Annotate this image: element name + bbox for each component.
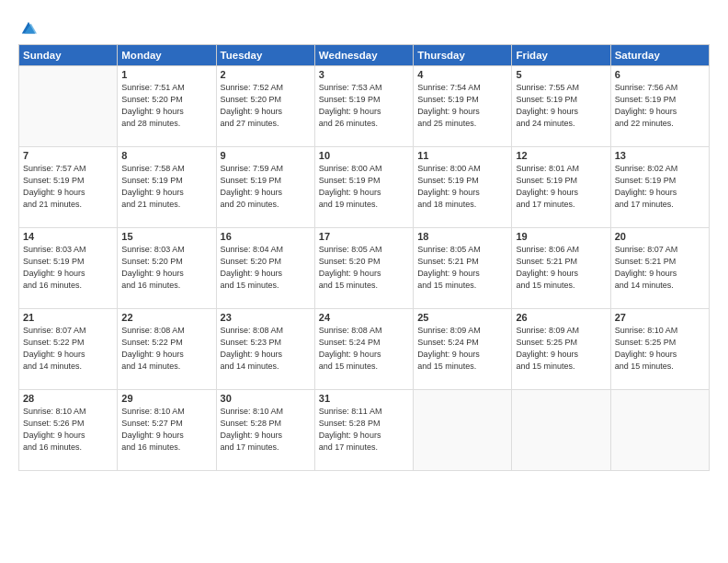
day-number: 19 <box>516 231 606 242</box>
day-number: 2 <box>221 69 311 80</box>
day-info: Sunrise: 8:09 AM Sunset: 5:24 PM Dayligh… <box>417 325 507 373</box>
day-number: 27 <box>615 312 705 323</box>
day-number: 17 <box>319 231 409 242</box>
day-cell: 27Sunrise: 8:10 AM Sunset: 5:25 PM Dayli… <box>610 309 709 390</box>
week-row-5: 28Sunrise: 8:10 AM Sunset: 5:26 PM Dayli… <box>19 390 710 471</box>
day-cell: 28Sunrise: 8:10 AM Sunset: 5:26 PM Dayli… <box>19 390 118 471</box>
day-info: Sunrise: 8:05 AM Sunset: 5:20 PM Dayligh… <box>319 244 409 292</box>
day-cell: 10Sunrise: 8:00 AM Sunset: 5:19 PM Dayli… <box>314 147 413 228</box>
header-day-sunday: Sunday <box>19 45 118 66</box>
logo-icon <box>20 20 37 37</box>
day-info: Sunrise: 8:08 AM Sunset: 5:22 PM Dayligh… <box>121 325 211 373</box>
day-number: 20 <box>615 231 705 242</box>
day-cell: 8Sunrise: 7:58 AM Sunset: 5:19 PM Daylig… <box>118 147 216 228</box>
day-cell: 20Sunrise: 8:07 AM Sunset: 5:21 PM Dayli… <box>610 228 709 309</box>
day-info: Sunrise: 8:00 AM Sunset: 5:19 PM Dayligh… <box>319 163 409 211</box>
day-info: Sunrise: 7:59 AM Sunset: 5:19 PM Dayligh… <box>221 163 311 211</box>
day-info: Sunrise: 8:10 AM Sunset: 5:28 PM Dayligh… <box>221 406 311 454</box>
day-number: 26 <box>516 312 606 323</box>
day-cell <box>610 390 709 471</box>
week-row-1: 1Sunrise: 7:51 AM Sunset: 5:20 PM Daylig… <box>19 66 710 147</box>
logo <box>18 18 37 37</box>
day-cell: 26Sunrise: 8:09 AM Sunset: 5:25 PM Dayli… <box>512 309 610 390</box>
day-number: 25 <box>417 312 507 323</box>
day-cell: 3Sunrise: 7:53 AM Sunset: 5:19 PM Daylig… <box>314 66 413 147</box>
day-info: Sunrise: 8:04 AM Sunset: 5:20 PM Dayligh… <box>221 244 311 292</box>
day-cell: 12Sunrise: 8:01 AM Sunset: 5:19 PM Dayli… <box>512 147 610 228</box>
day-info: Sunrise: 8:09 AM Sunset: 5:25 PM Dayligh… <box>516 325 606 373</box>
day-info: Sunrise: 7:51 AM Sunset: 5:20 PM Dayligh… <box>121 82 211 130</box>
header-day-wednesday: Wednesday <box>314 45 413 66</box>
day-cell: 7Sunrise: 7:57 AM Sunset: 5:19 PM Daylig… <box>19 147 118 228</box>
day-cell: 30Sunrise: 8:10 AM Sunset: 5:28 PM Dayli… <box>216 390 314 471</box>
day-info: Sunrise: 8:10 AM Sunset: 5:25 PM Dayligh… <box>615 325 705 373</box>
day-number: 31 <box>319 393 409 404</box>
day-info: Sunrise: 7:56 AM Sunset: 5:19 PM Dayligh… <box>615 82 705 130</box>
day-cell: 23Sunrise: 8:08 AM Sunset: 5:23 PM Dayli… <box>216 309 314 390</box>
day-cell <box>512 390 610 471</box>
day-info: Sunrise: 7:52 AM Sunset: 5:20 PM Dayligh… <box>221 82 311 130</box>
header-row: SundayMondayTuesdayWednesdayThursdayFrid… <box>19 45 710 66</box>
day-number: 30 <box>221 393 311 404</box>
day-cell <box>414 390 512 471</box>
day-info: Sunrise: 8:08 AM Sunset: 5:24 PM Dayligh… <box>319 325 409 373</box>
day-info: Sunrise: 8:06 AM Sunset: 5:21 PM Dayligh… <box>516 244 606 292</box>
day-cell: 22Sunrise: 8:08 AM Sunset: 5:22 PM Dayli… <box>118 309 216 390</box>
day-cell: 24Sunrise: 8:08 AM Sunset: 5:24 PM Dayli… <box>314 309 413 390</box>
day-number: 21 <box>23 312 113 323</box>
day-number: 24 <box>319 312 409 323</box>
week-row-2: 7Sunrise: 7:57 AM Sunset: 5:19 PM Daylig… <box>19 147 710 228</box>
day-info: Sunrise: 8:08 AM Sunset: 5:23 PM Dayligh… <box>221 325 311 373</box>
calendar-table: SundayMondayTuesdayWednesdayThursdayFrid… <box>18 44 710 471</box>
day-info: Sunrise: 7:55 AM Sunset: 5:19 PM Dayligh… <box>516 82 606 130</box>
day-number: 18 <box>417 231 507 242</box>
day-info: Sunrise: 7:58 AM Sunset: 5:19 PM Dayligh… <box>121 163 211 211</box>
day-info: Sunrise: 8:05 AM Sunset: 5:21 PM Dayligh… <box>417 244 507 292</box>
day-cell: 4Sunrise: 7:54 AM Sunset: 5:19 PM Daylig… <box>414 66 512 147</box>
header-day-friday: Friday <box>512 45 610 66</box>
day-number: 10 <box>319 150 409 161</box>
day-info: Sunrise: 7:57 AM Sunset: 5:19 PM Dayligh… <box>23 163 113 211</box>
day-cell: 18Sunrise: 8:05 AM Sunset: 5:21 PM Dayli… <box>414 228 512 309</box>
day-info: Sunrise: 7:54 AM Sunset: 5:19 PM Dayligh… <box>417 82 507 130</box>
day-number: 9 <box>221 150 311 161</box>
day-cell: 21Sunrise: 8:07 AM Sunset: 5:22 PM Dayli… <box>19 309 118 390</box>
day-number: 5 <box>516 69 606 80</box>
day-number: 16 <box>221 231 311 242</box>
day-info: Sunrise: 8:10 AM Sunset: 5:27 PM Dayligh… <box>121 406 211 454</box>
day-number: 28 <box>23 393 113 404</box>
day-cell: 13Sunrise: 8:02 AM Sunset: 5:19 PM Dayli… <box>610 147 709 228</box>
day-number: 13 <box>615 150 705 161</box>
day-number: 8 <box>121 150 211 161</box>
day-number: 22 <box>121 312 211 323</box>
day-cell: 5Sunrise: 7:55 AM Sunset: 5:19 PM Daylig… <box>512 66 610 147</box>
day-info: Sunrise: 8:02 AM Sunset: 5:19 PM Dayligh… <box>615 163 705 211</box>
day-info: Sunrise: 8:07 AM Sunset: 5:21 PM Dayligh… <box>615 244 705 292</box>
day-number: 4 <box>417 69 507 80</box>
week-row-4: 21Sunrise: 8:07 AM Sunset: 5:22 PM Dayli… <box>19 309 710 390</box>
day-info: Sunrise: 8:03 AM Sunset: 5:20 PM Dayligh… <box>121 244 211 292</box>
day-cell: 29Sunrise: 8:10 AM Sunset: 5:27 PM Dayli… <box>118 390 216 471</box>
day-number: 23 <box>221 312 311 323</box>
day-number: 11 <box>417 150 507 161</box>
day-number: 3 <box>319 69 409 80</box>
day-info: Sunrise: 8:10 AM Sunset: 5:26 PM Dayligh… <box>23 406 113 454</box>
day-cell: 6Sunrise: 7:56 AM Sunset: 5:19 PM Daylig… <box>610 66 709 147</box>
day-cell: 11Sunrise: 8:00 AM Sunset: 5:19 PM Dayli… <box>414 147 512 228</box>
day-cell: 2Sunrise: 7:52 AM Sunset: 5:20 PM Daylig… <box>216 66 314 147</box>
day-number: 1 <box>121 69 211 80</box>
day-number: 6 <box>615 69 705 80</box>
day-info: Sunrise: 8:11 AM Sunset: 5:28 PM Dayligh… <box>319 406 409 454</box>
header-day-saturday: Saturday <box>610 45 709 66</box>
day-cell: 14Sunrise: 8:03 AM Sunset: 5:19 PM Dayli… <box>19 228 118 309</box>
day-number: 14 <box>23 231 113 242</box>
day-info: Sunrise: 8:07 AM Sunset: 5:22 PM Dayligh… <box>23 325 113 373</box>
day-info: Sunrise: 8:01 AM Sunset: 5:19 PM Dayligh… <box>516 163 606 211</box>
header <box>18 15 710 37</box>
header-day-thursday: Thursday <box>414 45 512 66</box>
day-cell: 9Sunrise: 7:59 AM Sunset: 5:19 PM Daylig… <box>216 147 314 228</box>
day-cell: 19Sunrise: 8:06 AM Sunset: 5:21 PM Dayli… <box>512 228 610 309</box>
day-cell: 15Sunrise: 8:03 AM Sunset: 5:20 PM Dayli… <box>118 228 216 309</box>
day-cell: 25Sunrise: 8:09 AM Sunset: 5:24 PM Dayli… <box>414 309 512 390</box>
header-day-monday: Monday <box>118 45 216 66</box>
